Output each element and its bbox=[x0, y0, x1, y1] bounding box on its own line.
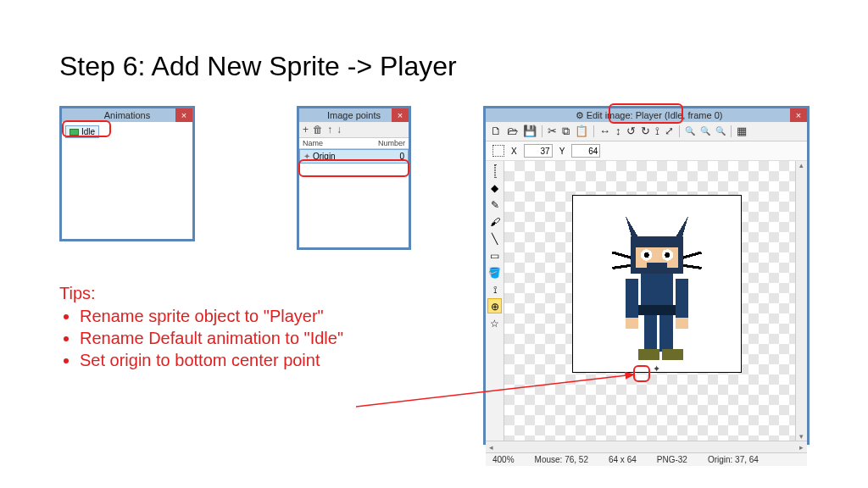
tip-item-2: Rename Default animation to "Idle" bbox=[80, 329, 343, 348]
cut-button[interactable]: ✂ bbox=[548, 125, 557, 138]
rect-tool[interactable]: ▭ bbox=[487, 247, 502, 263]
animation-item-label: Idle bbox=[81, 127, 95, 136]
svg-rect-13 bbox=[626, 279, 638, 321]
select-tool[interactable] bbox=[487, 163, 502, 178]
pencil-tool[interactable]: ✎ bbox=[487, 197, 502, 212]
origin-tool[interactable]: ⊕ bbox=[487, 298, 502, 313]
paste-button[interactable]: 📋 bbox=[575, 125, 588, 138]
header-number: Number bbox=[378, 139, 405, 147]
rotate-ccw-button[interactable]: ↺ bbox=[626, 125, 636, 138]
status-origin: Origin: 37, 64 bbox=[708, 455, 759, 464]
animation-item-idle[interactable]: Idle bbox=[65, 125, 99, 138]
flip-v-button[interactable]: ↕ bbox=[615, 125, 621, 138]
origin-row-name: Origin bbox=[313, 152, 336, 161]
flip-h-button[interactable]: ↔ bbox=[599, 125, 610, 138]
tips-block: Tips: Rename sprite object to "Player" R… bbox=[59, 284, 343, 373]
copy-button[interactable]: ⧉ bbox=[562, 125, 570, 138]
edit-image-toolbar: 🗋 🗁 💾 ✂ ⧉ 📋 ↔ ↕ ↺ ↻ ⟟ ⤢ 🔍 🔍 🔍 ▦ bbox=[486, 122, 807, 141]
move-point-down-button[interactable]: ↓ bbox=[337, 124, 342, 136]
animation-icon bbox=[70, 129, 79, 136]
svg-line-7 bbox=[612, 252, 631, 258]
imagepoint-tool[interactable]: ☆ bbox=[487, 315, 502, 330]
eraser-tool[interactable]: ◆ bbox=[487, 180, 502, 195]
tip-item-3: Set origin to bottom center point bbox=[80, 351, 343, 370]
save-button[interactable]: 💾 bbox=[523, 125, 537, 138]
delete-point-button[interactable]: 🗑 bbox=[313, 124, 323, 136]
y-label: Y bbox=[559, 147, 565, 156]
crop-button[interactable]: ⟟ bbox=[655, 125, 659, 138]
edit-image-close-button[interactable]: × bbox=[790, 108, 807, 122]
open-button[interactable]: 🗁 bbox=[507, 125, 518, 138]
svg-line-9 bbox=[683, 252, 702, 258]
svg-rect-6 bbox=[647, 263, 668, 268]
y-input[interactable] bbox=[571, 144, 600, 158]
horizontal-scrollbar[interactable]: ◂▸ bbox=[486, 441, 807, 452]
fill-tool[interactable]: 🪣 bbox=[487, 264, 502, 280]
status-size: 64 x 64 bbox=[609, 455, 637, 464]
svg-line-8 bbox=[612, 265, 631, 268]
status-zoom: 400% bbox=[492, 455, 515, 464]
image-points-header: Name Number bbox=[299, 138, 409, 149]
resize-button[interactable]: ⤢ bbox=[665, 125, 674, 138]
canvas-area[interactable]: ✦ bbox=[504, 161, 795, 441]
status-mouse: Mouse: 76, 52 bbox=[535, 455, 588, 464]
animations-panel: Animations × Idle bbox=[59, 106, 195, 241]
edit-image-title-label: Edit image: Player (Idle, frame 0) bbox=[587, 110, 723, 120]
edit-image-subbar: X Y bbox=[486, 141, 807, 161]
status-format: PNG-32 bbox=[657, 455, 687, 464]
zoom-out-button[interactable]: 🔍 bbox=[685, 125, 695, 138]
image-points-title: Image points × bbox=[299, 108, 409, 122]
svg-rect-16 bbox=[676, 318, 688, 328]
header-name: Name bbox=[303, 139, 323, 147]
edit-image-statusbar: 400% Mouse: 76, 52 64 x 64 PNG-32 Origin… bbox=[486, 452, 807, 466]
svg-rect-14 bbox=[676, 279, 688, 321]
svg-rect-19 bbox=[638, 349, 659, 359]
svg-rect-12 bbox=[636, 305, 678, 315]
image-points-title-label: Image points bbox=[327, 110, 381, 120]
grid-button[interactable]: ▦ bbox=[737, 125, 747, 138]
tips-title: Tips: bbox=[59, 284, 343, 303]
svg-point-5 bbox=[665, 252, 670, 258]
tip-item-1: Rename sprite object to "Player" bbox=[80, 307, 343, 326]
edit-image-body: ◆ ✎ 🖌 ╲ ▭ 🪣 ⟟ ⊕ ☆ bbox=[486, 161, 807, 441]
animations-title-label: Animations bbox=[104, 110, 150, 120]
x-label: X bbox=[511, 147, 517, 156]
page-title: Step 6: Add New Sprite -> Player bbox=[59, 51, 457, 82]
svg-rect-17 bbox=[644, 315, 657, 352]
svg-rect-18 bbox=[659, 315, 672, 352]
vertical-scrollbar[interactable]: ▴▾ bbox=[795, 161, 807, 441]
sprite-preview: ✦ bbox=[572, 195, 742, 373]
image-point-origin-row[interactable]: ✦Origin 0 bbox=[299, 149, 409, 164]
svg-rect-20 bbox=[662, 349, 683, 359]
svg-rect-15 bbox=[626, 318, 638, 328]
move-point-up-button[interactable]: ↑ bbox=[327, 124, 332, 136]
origin-icon: ✦ bbox=[303, 152, 310, 161]
selection-tool-icon[interactable] bbox=[492, 145, 504, 157]
animations-panel-title: Animations × bbox=[62, 108, 192, 122]
origin-row-number: 0 bbox=[399, 152, 404, 161]
line-tool[interactable]: ╲ bbox=[487, 230, 502, 246]
image-points-toolbar: + 🗑 ↑ ↓ bbox=[299, 122, 409, 138]
zoom-in-button[interactable]: 🔍 bbox=[715, 125, 726, 138]
image-points-close-button[interactable]: × bbox=[392, 108, 409, 122]
picker-tool[interactable]: ⟟ bbox=[487, 281, 502, 297]
tool-strip: ◆ ✎ 🖌 ╲ ▭ 🪣 ⟟ ⊕ ☆ bbox=[486, 161, 504, 441]
rotate-cw-button[interactable]: ↻ bbox=[641, 125, 650, 138]
svg-point-3 bbox=[644, 252, 649, 258]
edit-image-panel: ⚙ Edit image: Player (Idle, frame 0) × 🗋… bbox=[483, 106, 810, 445]
svg-rect-11 bbox=[641, 274, 672, 310]
image-points-panel: Image points × + 🗑 ↑ ↓ Name Number ✦Orig… bbox=[297, 106, 411, 250]
zoom-fit-button[interactable]: 🔍 bbox=[700, 125, 710, 138]
new-button[interactable]: 🗋 bbox=[491, 125, 502, 138]
add-point-button[interactable]: + bbox=[303, 124, 309, 136]
svg-line-10 bbox=[683, 265, 702, 268]
brush-tool[interactable]: 🖌 bbox=[487, 214, 502, 229]
animations-close-button[interactable]: × bbox=[175, 108, 192, 122]
edit-image-title: ⚙ Edit image: Player (Idle, frame 0) × bbox=[486, 108, 807, 122]
x-input[interactable] bbox=[524, 144, 553, 158]
